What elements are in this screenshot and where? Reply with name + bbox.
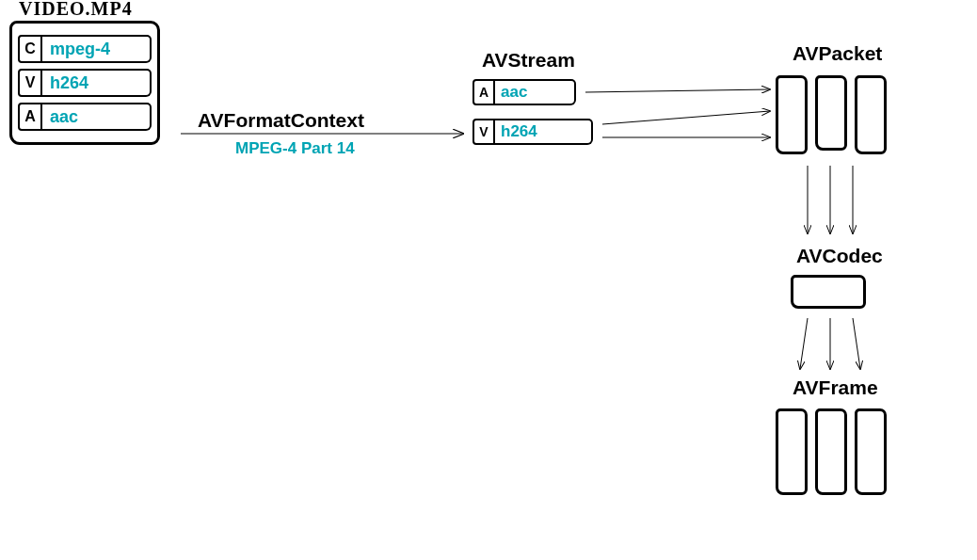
audio-label: aac bbox=[42, 103, 152, 131]
avframe-box bbox=[815, 408, 847, 495]
avpacket-box bbox=[815, 75, 847, 151]
file-entry-video: V h264 bbox=[18, 69, 152, 97]
avstream-title: AVStream bbox=[482, 49, 575, 72]
video-file-container: C mpeg-4 V h264 A aac bbox=[9, 21, 160, 145]
avframe-box bbox=[776, 408, 808, 495]
avcodec-title: AVCodec bbox=[796, 245, 883, 267]
avframe-title: AVFrame bbox=[793, 376, 878, 399]
video-label: h264 bbox=[42, 69, 152, 97]
file-entry-container: C mpeg-4 bbox=[18, 35, 152, 63]
container-label: mpeg-4 bbox=[42, 35, 152, 63]
file-entry-audio: A aac bbox=[18, 103, 152, 131]
avpacket-group bbox=[776, 75, 887, 154]
avstream-video-label: h264 bbox=[495, 119, 593, 145]
avstream-video: V h264 bbox=[472, 119, 593, 145]
svg-line-9 bbox=[853, 318, 860, 369]
avcodec-box bbox=[791, 275, 866, 309]
video-badge: V bbox=[18, 69, 42, 97]
avpacket-box bbox=[855, 75, 887, 154]
avstream-audio-label: aac bbox=[495, 79, 576, 105]
avformatcontext-subtitle: MPEG-4 Part 14 bbox=[235, 139, 355, 158]
svg-line-7 bbox=[800, 318, 808, 369]
avframe-box bbox=[855, 408, 887, 495]
container-badge: C bbox=[18, 35, 42, 63]
svg-line-1 bbox=[585, 89, 770, 92]
audio-badge: A bbox=[18, 103, 42, 131]
svg-line-2 bbox=[602, 111, 770, 124]
avstream-audio: A aac bbox=[472, 79, 576, 105]
avframe-group bbox=[776, 408, 887, 495]
avstream-video-badge: V bbox=[472, 119, 495, 145]
avformatcontext-title: AVFormatContext bbox=[198, 109, 364, 132]
avstream-audio-badge: A bbox=[472, 79, 495, 105]
avpacket-box bbox=[776, 75, 808, 154]
video-filename: video.mp4 bbox=[19, 0, 133, 20]
avpacket-title: AVPacket bbox=[793, 42, 882, 65]
